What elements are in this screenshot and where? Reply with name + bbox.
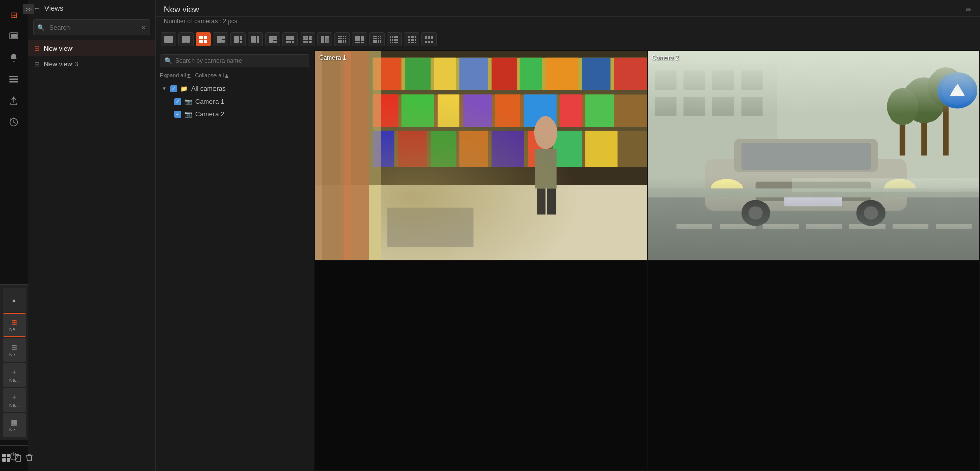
svg-rect-75 (893, 224, 929, 229)
layout-4x4b-button[interactable] (352, 32, 367, 46)
camera-1-icon: 📷 (184, 98, 192, 105)
camera-search-icon: 🔍 (164, 57, 172, 64)
nav-views-icon[interactable]: ⊞ (4, 5, 23, 25)
nav-cameras-icon[interactable] (4, 27, 23, 46)
mini-view-item-4[interactable]: ＋ Ne... (3, 388, 26, 412)
camera-tree: ▼ ✓ 📁 All cameras ✓ 📷 Camera 1 ✓ 📷 Camer… (160, 82, 309, 467)
camera-2-label: Camera 2 (195, 110, 224, 118)
camera-2-checkbox[interactable]: ✓ (174, 111, 181, 118)
svg-rect-25 (373, 94, 398, 127)
svg-rect-22 (614, 58, 647, 90)
video-cell-3 (315, 261, 647, 470)
view-item-label-3: New view 3 (44, 60, 78, 68)
camera-tree-item-2[interactable]: ✓ 📷 Camera 2 (160, 108, 309, 121)
svg-rect-83 (784, 194, 842, 207)
view-item-new-view-3[interactable]: ⊟ New view 3 (28, 56, 155, 72)
svg-rect-23 (373, 90, 647, 95)
svg-rect-13 (373, 58, 647, 90)
svg-rect-62 (741, 97, 762, 116)
mini-view-item-1[interactable]: ⊞ Ne... (3, 313, 26, 337)
camera-tree-item-1[interactable]: ✓ 📷 Camera 1 (160, 95, 309, 108)
mini-view-item-2[interactable]: ⊟ Ne... (3, 338, 26, 362)
svg-rect-78 (734, 139, 878, 172)
svg-rect-48 (537, 188, 546, 214)
views-panel-title: Views (44, 4, 63, 12)
svg-rect-36 (398, 131, 426, 167)
view-item-new-view[interactable]: ⊞ New view (28, 40, 155, 56)
layout-3x3-button[interactable] (300, 32, 315, 46)
layout-3col-button[interactable] (248, 32, 263, 46)
left-sidebar: >> ⊞ ▲ ⊞ Ne... ⊟ Ne... (0, 0, 28, 471)
layout-4x4a-button[interactable] (334, 32, 350, 46)
camera-1-label: Camera 1 (195, 98, 224, 105)
nav-alerts-icon[interactable] (4, 48, 23, 67)
svg-rect-61 (712, 97, 734, 116)
delete-view-button[interactable] (23, 452, 35, 465)
svg-rect-1 (11, 34, 17, 38)
page-title: New view (164, 5, 961, 14)
video-cell-1[interactable]: Camera 1 (315, 51, 647, 260)
mini-view-item-5[interactable]: ▦ Ne... (3, 413, 26, 437)
svg-rect-2 (9, 76, 18, 77)
svg-point-68 (887, 88, 918, 125)
svg-rect-27 (438, 94, 459, 127)
collapse-all-link[interactable]: Collapse all ▴ (195, 72, 228, 78)
camera-search-input[interactable] (175, 57, 305, 64)
svg-rect-7 (7, 454, 10, 457)
nav-history-icon[interactable] (4, 112, 23, 132)
group-checkbox[interactable]: ✓ (170, 85, 177, 92)
layout-1t3b-button[interactable] (282, 32, 298, 46)
svg-point-84 (741, 200, 770, 226)
svg-rect-8 (2, 458, 6, 462)
svg-rect-54 (648, 64, 777, 221)
svg-point-64 (902, 77, 946, 123)
video-cell-2[interactable]: Camera 2 (648, 51, 979, 260)
svg-rect-26 (401, 94, 434, 127)
svg-rect-40 (528, 131, 549, 167)
svg-rect-76 (936, 224, 972, 229)
layout-6x6-button[interactable] (421, 32, 437, 46)
layout-5x5-button[interactable] (387, 32, 402, 46)
layout-1x2-button[interactable] (178, 32, 194, 46)
svg-rect-38 (459, 131, 488, 167)
svg-rect-30 (524, 94, 556, 127)
svg-rect-91 (792, 178, 979, 192)
camera-1-checkbox[interactable]: ✓ (174, 98, 181, 105)
layout-1p3-button[interactable] (213, 32, 228, 46)
layout-3x3b-button[interactable] (317, 32, 332, 46)
collapse-mini-views-button[interactable]: ▲ (3, 288, 26, 312)
nav-list-icon[interactable] (4, 69, 23, 89)
edit-view-button[interactable]: ✏ (966, 6, 972, 14)
expand-sidebar-button[interactable]: >> (23, 4, 34, 14)
layout-1p4-button[interactable] (230, 32, 246, 46)
layout-1l3r-button[interactable] (265, 32, 280, 46)
copy-view-button[interactable] (12, 452, 23, 465)
layout-2x2-button[interactable] (196, 32, 211, 46)
nav-export-icon[interactable] (4, 91, 23, 110)
layout-6x5-button[interactable] (404, 32, 419, 46)
expand-all-link[interactable]: Expand all ▾ (160, 72, 190, 78)
main-header: New view ✏ (156, 0, 980, 17)
back-button[interactable]: ← (33, 4, 40, 12)
svg-rect-63 (921, 103, 927, 155)
views-search-icon: 🔍 (37, 24, 45, 31)
camera-group-all[interactable]: ▼ ✓ 📁 All cameras (160, 82, 309, 95)
svg-rect-33 (373, 127, 647, 131)
mini-view-item-3[interactable]: ＋ Ne... (3, 363, 26, 387)
svg-point-85 (749, 206, 763, 220)
camera-2-feed-label: Camera 2 (652, 54, 679, 61)
views-panel: ← Views 🔍 ✕ ⊞ New view ⊟ New view 3 (28, 0, 156, 471)
svg-rect-32 (585, 94, 614, 127)
svg-rect-71 (720, 224, 756, 229)
svg-rect-4 (9, 81, 18, 83)
layout-1x1-button[interactable] (161, 32, 176, 46)
layout-5x4-button[interactable] (369, 32, 385, 46)
svg-rect-69 (648, 195, 979, 260)
svg-rect-67 (900, 110, 905, 155)
views-search-clear-icon[interactable]: ✕ (141, 24, 146, 31)
svg-rect-34 (373, 131, 647, 167)
add-view-button[interactable] (0, 452, 12, 465)
views-header: ← Views (28, 0, 155, 16)
svg-rect-57 (712, 70, 734, 90)
views-search-input[interactable] (33, 19, 150, 35)
